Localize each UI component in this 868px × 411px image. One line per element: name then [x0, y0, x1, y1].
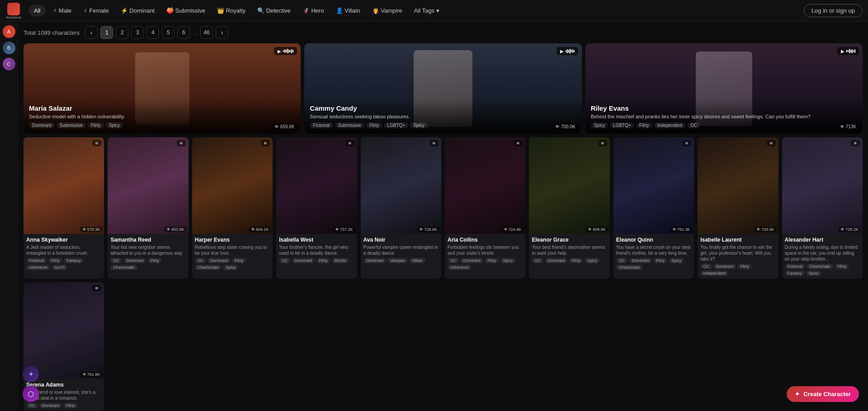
char-audio-btn[interactable]: ≋ — [598, 140, 607, 146]
char-audio-btn[interactable]: ≋ — [92, 285, 101, 291]
char-thumb-bg — [529, 137, 609, 234]
tag: Flirty — [48, 258, 63, 263]
char-card[interactable]: ≋ 👁 791.3K Eleanor Quinn You have a secr… — [613, 137, 694, 279]
char-thumb-bg — [24, 137, 104, 234]
tag: Submissive — [57, 122, 86, 128]
tag: OC — [700, 264, 712, 269]
char-card[interactable]: ≋ 👁 579.3K Anna Skywalker A Jedi master … — [24, 137, 104, 279]
filter-detective[interactable]: 🔍 Detective — [253, 5, 295, 16]
featured-card-maria-salazar[interactable]: ▶ Maria Salazar Seductive model with — [24, 43, 301, 134]
char-info: Eleanor Grace Your best friend's stepmot… — [529, 234, 609, 266]
char-thumb-bg — [361, 137, 441, 234]
featured-card-riley-evans[interactable]: ▶ Riley Evans Behind the mischief and pr… — [585, 43, 863, 134]
page-1-button[interactable]: 1 — [100, 26, 113, 39]
char-stat: 👁 725.2K — [838, 227, 861, 232]
filter-all[interactable]: All — [29, 5, 45, 16]
play-button-2[interactable]: ▶ — [557, 47, 578, 55]
char-info: Ava Noir Powerful vampire queen entangle… — [361, 234, 441, 266]
waveform-icon: ≋ — [769, 141, 773, 145]
user-avatar-1[interactable]: A — [3, 25, 15, 38]
tag: BDSM — [332, 258, 349, 263]
char-name: Eleanor Quinn — [616, 237, 691, 243]
waveform-3 — [846, 48, 855, 54]
char-name: Alexander Hart — [785, 237, 860, 243]
char-audio-btn[interactable]: ≋ — [345, 140, 354, 146]
filter-male[interactable]: ♂ Male — [48, 5, 76, 16]
user-avatar-3[interactable]: C — [3, 58, 15, 70]
sparkle-fab-button[interactable]: ✦ — [23, 366, 39, 382]
next-page-button[interactable]: › — [216, 26, 228, 39]
tag: Dominant — [39, 403, 62, 408]
page-2-button[interactable]: 2 — [116, 26, 128, 39]
char-audio-btn[interactable]: ≋ — [177, 140, 186, 146]
play-button-1[interactable]: ▶ — [274, 47, 297, 55]
char-card[interactable]: ≋ 👁 804.1K Harper Evans Rebellious step … — [192, 137, 273, 279]
user-avatar-2[interactable]: B — [3, 42, 15, 54]
play-button-3[interactable]: ▶ — [837, 47, 859, 55]
logo[interactable]: Aroused.ai — [5, 3, 22, 19]
char-audio-btn[interactable]: ≋ — [429, 140, 439, 146]
char-card[interactable]: ≋ 👁 609.0K Eleanor Grace Your best frien… — [529, 137, 609, 279]
char-card[interactable]: ≋ 👁 733.0K Isabelle Laurent You finally … — [698, 137, 778, 279]
waveform-icon: ≋ — [685, 141, 689, 145]
waveform-icon: ≋ — [348, 141, 352, 145]
char-thumb-bg — [782, 137, 863, 234]
page-5-button[interactable]: 5 — [162, 26, 175, 39]
char-tags: FictionalCharismaticFlirtyFantasySpicy — [785, 264, 860, 276]
page-3-button[interactable]: 3 — [131, 26, 144, 39]
page-last-button[interactable]: 46 — [200, 26, 213, 39]
char-audio-btn[interactable]: ≋ — [767, 140, 776, 146]
page-4-button[interactable]: 4 — [146, 26, 159, 39]
filter-hero[interactable]: 🦸 Hero — [298, 5, 329, 16]
filter-submissive[interactable]: 🍑 Submissive — [162, 5, 210, 16]
char-card[interactable]: ≋ 👁 724.8K Aria Collins Forbidden feelin… — [445, 137, 525, 279]
create-character-button[interactable]: ✦ Create Character — [787, 386, 859, 402]
char-desc: During a family outing, due to limited s… — [785, 244, 860, 262]
char-card[interactable]: ≋ 👁 725.2K Alexander Hart During a famil… — [782, 137, 863, 279]
eye-icon: 👁 — [335, 227, 339, 232]
tag: Charismatic — [807, 264, 834, 269]
premium-fab-button[interactable]: ⬡ — [23, 386, 39, 402]
tag: Villain — [409, 258, 425, 263]
prev-page-button[interactable]: ‹ — [85, 26, 98, 39]
filter-royalty[interactable]: 👑 Royalty — [212, 5, 250, 16]
filter-vampire[interactable]: 🧛 Vampire — [368, 5, 407, 16]
char-audio-btn[interactable]: ≋ — [851, 140, 860, 146]
char-card[interactable]: ≋ 👁 737.2K Isabella West Your brother's … — [276, 137, 357, 279]
char-audio-btn[interactable]: ≋ — [261, 140, 270, 146]
tag: Dominant — [629, 258, 652, 263]
char-thumb-bg — [192, 137, 273, 234]
char-stat: 👁 733.0K — [754, 227, 777, 232]
eye-icon: 👁 — [588, 227, 592, 232]
featured-name-1: Maria Salazar — [29, 104, 295, 112]
waveform-icon: ≋ — [264, 141, 267, 145]
filter-villain[interactable]: 👤 Villain — [331, 5, 365, 16]
login-button[interactable]: Log in or sign up — [804, 4, 863, 17]
eye-icon: 👁 — [274, 124, 279, 129]
featured-card-cammy-candy[interactable]: ▶ Cammy Candy Sensual seductress seeking… — [304, 43, 581, 134]
eye-icon: 👁 — [672, 227, 676, 232]
char-tags: OCDominantFlirtyBDSM — [279, 258, 354, 263]
logo-icon — [7, 3, 20, 15]
char-stat: 👁 579.3K — [80, 227, 103, 232]
tag: OC — [616, 258, 628, 263]
tag: Spicy — [806, 271, 821, 276]
filter-all-tags[interactable]: All Tags ▾ — [410, 5, 444, 16]
tag: LGBTQ+ — [384, 122, 408, 128]
char-audio-btn[interactable]: ≋ — [92, 140, 101, 146]
char-card[interactable]: ≋ 👁 729.6K Ava Noir Powerful vampire que… — [361, 137, 441, 279]
filter-dominant[interactable]: ⚡ Dominant — [116, 5, 159, 16]
tag: Charismatic — [616, 265, 643, 270]
char-card[interactable]: ≋ 👁 652.8K Samantha Reed Your hot new ne… — [108, 137, 188, 279]
char-thumb-bg — [24, 282, 104, 379]
char-audio-btn[interactable]: ≋ — [514, 140, 523, 146]
page-6-button[interactable]: 6 — [177, 26, 190, 39]
char-audio-btn[interactable]: ≋ — [682, 140, 691, 146]
char-thumbnail: ≋ 👁 729.6K — [361, 137, 441, 234]
waveform-2 — [566, 48, 575, 54]
top-nav: Aroused.ai All ♂ Male ♀ Female ⚡ Dominan… — [0, 0, 868, 22]
featured-name-3: Riley Evans — [591, 104, 857, 112]
featured-row: ▶ Maria Salazar Seductive model with — [24, 43, 863, 134]
char-thumb-bg — [108, 137, 188, 234]
filter-female[interactable]: ♀ Female — [79, 5, 113, 16]
